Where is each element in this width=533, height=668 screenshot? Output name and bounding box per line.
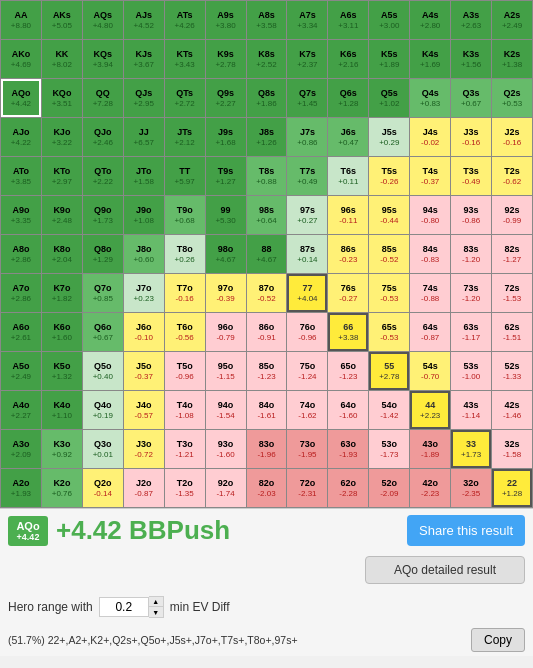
grid-cell-72s[interactable]: 72s-1.53 (492, 274, 532, 312)
grid-cell-82s[interactable]: 82s-1.27 (492, 235, 532, 273)
grid-cell-t9o[interactable]: T9o+0.68 (165, 196, 205, 234)
grid-cell-kqs[interactable]: KQs+3.94 (83, 40, 123, 78)
grid-cell-t2s[interactable]: T2s-0.62 (492, 157, 532, 195)
grid-cell-k8s[interactable]: K8s+2.52 (247, 40, 287, 78)
grid-cell-t6s[interactable]: T6s+0.11 (328, 157, 368, 195)
grid-cell-74s[interactable]: 74s-0.88 (410, 274, 450, 312)
grid-cell-t3s[interactable]: T3s-0.49 (451, 157, 491, 195)
grid-cell-85o[interactable]: 85o-1.23 (247, 352, 287, 390)
grid-cell-q4o[interactable]: Q4o+0.19 (83, 391, 123, 429)
grid-cell-j3s[interactable]: J3s-0.16 (451, 118, 491, 156)
grid-cell-a5s[interactable]: A5s+3.00 (369, 1, 409, 39)
grid-cell-t7o[interactable]: T7o-0.16 (165, 274, 205, 312)
grid-cell-95s[interactable]: 95s-0.44 (369, 196, 409, 234)
grid-cell-aks[interactable]: AKs+5.05 (42, 1, 82, 39)
grid-cell-k2s[interactable]: K2s+1.38 (492, 40, 532, 78)
grid-cell-83o[interactable]: 83o-1.96 (247, 430, 287, 468)
grid-cell-97o[interactable]: 97o-0.39 (206, 274, 246, 312)
grid-cell-96o[interactable]: 96o-0.79 (206, 313, 246, 351)
grid-cell-jts[interactable]: JTs+2.12 (165, 118, 205, 156)
grid-cell-44[interactable]: 44+2.23 (410, 391, 450, 429)
grid-cell-kjo[interactable]: KJo+3.22 (42, 118, 82, 156)
grid-cell-jj[interactable]: JJ+6.57 (124, 118, 164, 156)
grid-cell-q2o[interactable]: Q2o-0.14 (83, 469, 123, 507)
grid-cell-q8s[interactable]: Q8s+1.86 (247, 79, 287, 117)
grid-cell-ats[interactable]: ATs+4.26 (165, 1, 205, 39)
grid-cell-j2o[interactable]: J2o-0.87 (124, 469, 164, 507)
grid-cell-85s[interactable]: 85s-0.52 (369, 235, 409, 273)
grid-cell-kk[interactable]: KK+8.02 (42, 40, 82, 78)
grid-cell-k4o[interactable]: K4o+1.10 (42, 391, 82, 429)
grid-cell-92o[interactable]: 92o-1.74 (206, 469, 246, 507)
grid-cell-q3s[interactable]: Q3s+0.67 (451, 79, 491, 117)
grid-cell-76o[interactable]: 76o-0.96 (287, 313, 327, 351)
grid-cell-55[interactable]: 55+2.78 (369, 352, 409, 390)
grid-cell-kqo[interactable]: KQo+3.51 (42, 79, 82, 117)
grid-cell-aqs[interactable]: AQs+4.80 (83, 1, 123, 39)
grid-cell-86o[interactable]: 86o-0.91 (247, 313, 287, 351)
grid-cell-54s[interactable]: 54s-0.70 (410, 352, 450, 390)
grid-cell-94o[interactable]: 94o-1.54 (206, 391, 246, 429)
grid-cell-72o[interactable]: 72o-2.31 (287, 469, 327, 507)
grid-cell-kjs[interactable]: KJs+3.67 (124, 40, 164, 78)
grid-cell-j7s[interactable]: J7s+0.86 (287, 118, 327, 156)
grid-cell-a4o[interactable]: A4o+2.27 (1, 391, 41, 429)
grid-cell-t4s[interactable]: T4s-0.37 (410, 157, 450, 195)
grid-cell-t8s[interactable]: T8s+0.88 (247, 157, 287, 195)
grid-cell-22[interactable]: 22+1.28 (492, 469, 532, 507)
grid-cell-q4s[interactable]: Q4s+0.83 (410, 79, 450, 117)
grid-cell-j6o[interactable]: J6o-0.10 (124, 313, 164, 351)
grid-cell-t4o[interactable]: T4o-1.08 (165, 391, 205, 429)
grid-cell-42s[interactable]: 42s-1.46 (492, 391, 532, 429)
grid-cell-88[interactable]: 88+4.67 (247, 235, 287, 273)
grid-cell-43o[interactable]: 43o-1.89 (410, 430, 450, 468)
grid-cell-kto[interactable]: KTo+2.97 (42, 157, 82, 195)
grid-cell-qto[interactable]: QTo+2.22 (83, 157, 123, 195)
grid-cell-k7o[interactable]: K7o+1.82 (42, 274, 82, 312)
grid-cell-j9o[interactable]: J9o+1.08 (124, 196, 164, 234)
grid-cell-53o[interactable]: 53o-1.73 (369, 430, 409, 468)
grid-cell-62s[interactable]: 62s-1.51 (492, 313, 532, 351)
grid-cell-82o[interactable]: 82o-2.03 (247, 469, 287, 507)
grid-cell-ajo[interactable]: AJo+4.22 (1, 118, 41, 156)
grid-cell-jto[interactable]: JTo+1.58 (124, 157, 164, 195)
copy-button[interactable]: Copy (471, 628, 525, 652)
grid-cell-52s[interactable]: 52s-1.33 (492, 352, 532, 390)
grid-cell-t9s[interactable]: T9s+1.27 (206, 157, 246, 195)
grid-cell-j8o[interactable]: J8o+0.60 (124, 235, 164, 273)
grid-cell-q9s[interactable]: Q9s+2.27 (206, 79, 246, 117)
grid-cell-q9o[interactable]: Q9o+1.73 (83, 196, 123, 234)
grid-cell-95o[interactable]: 95o-1.15 (206, 352, 246, 390)
grid-cell-54o[interactable]: 54o-1.42 (369, 391, 409, 429)
grid-cell-87o[interactable]: 87o-0.52 (247, 274, 287, 312)
grid-cell-t2o[interactable]: T2o-1.35 (165, 469, 205, 507)
grid-cell-ajs[interactable]: AJs+4.52 (124, 1, 164, 39)
grid-cell-32s[interactable]: 32s-1.58 (492, 430, 532, 468)
detail-button[interactable]: AQo detailed result (365, 556, 525, 584)
grid-cell-j4o[interactable]: J4o-0.57 (124, 391, 164, 429)
grid-cell-84s[interactable]: 84s-0.83 (410, 235, 450, 273)
grid-cell-a4s[interactable]: A4s+2.80 (410, 1, 450, 39)
grid-cell-t8o[interactable]: T8o+0.26 (165, 235, 205, 273)
grid-cell-a2s[interactable]: A2s+2.49 (492, 1, 532, 39)
grid-cell-aqo[interactable]: AQo+4.42 (1, 79, 41, 117)
grid-cell-63s[interactable]: 63s-1.17 (451, 313, 491, 351)
grid-cell-42o[interactable]: 42o-2.23 (410, 469, 450, 507)
grid-cell-qq[interactable]: QQ+7.28 (83, 79, 123, 117)
grid-cell-65o[interactable]: 65o-1.23 (328, 352, 368, 390)
grid-cell-t3o[interactable]: T3o-1.21 (165, 430, 205, 468)
grid-cell-k3o[interactable]: K3o+0.92 (42, 430, 82, 468)
grid-cell-93s[interactable]: 93s-0.86 (451, 196, 491, 234)
grid-cell-k6s[interactable]: K6s+2.16 (328, 40, 368, 78)
grid-cell-98s[interactable]: 98s+0.64 (247, 196, 287, 234)
grid-cell-tt[interactable]: TT+5.97 (165, 157, 205, 195)
grid-cell-75o[interactable]: 75o-1.24 (287, 352, 327, 390)
grid-cell-94s[interactable]: 94s-0.80 (410, 196, 450, 234)
grid-cell-62o[interactable]: 62o-2.28 (328, 469, 368, 507)
grid-cell-a6s[interactable]: A6s+3.11 (328, 1, 368, 39)
grid-cell-t5o[interactable]: T5o-0.96 (165, 352, 205, 390)
grid-cell-75s[interactable]: 75s-0.53 (369, 274, 409, 312)
grid-cell-96s[interactable]: 96s-0.11 (328, 196, 368, 234)
grid-cell-q5o[interactable]: Q5o+0.40 (83, 352, 123, 390)
grid-cell-k7s[interactable]: K7s+2.37 (287, 40, 327, 78)
